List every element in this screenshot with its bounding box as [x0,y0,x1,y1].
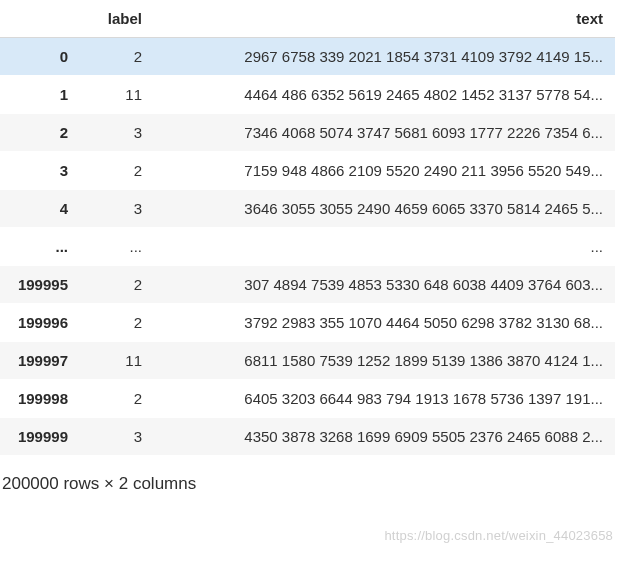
table-row: 19999934350 3878 3268 1699 6909 5505 237… [0,418,615,456]
cell-text: 7159 948 4866 2109 5520 2490 211 3956 55… [154,152,615,190]
cell-text: 3792 2983 355 1070 4464 5050 6298 3782 3… [154,304,615,342]
table-row: 19999623792 2983 355 1070 4464 5050 6298… [0,304,615,342]
shape-summary: 200000 rows × 2 columns [0,456,627,494]
cell-label: 3 [82,418,154,456]
dataframe-body: 022967 6758 339 2021 1854 3731 4109 3792… [0,38,615,456]
cell-text: 4350 3878 3268 1699 6909 5505 2376 2465 … [154,418,615,456]
row-index: ... [0,228,82,266]
cell-text: 3646 3055 3055 2490 4659 6065 3370 5814 … [154,190,615,228]
cell-label: 2 [82,304,154,342]
watermark-text: https://blog.csdn.net/weixin_44023658 [384,528,613,543]
cell-label: 11 [82,342,154,380]
cell-text: 307 4894 7539 4853 5330 648 6038 4409 37… [154,266,615,304]
cell-label: 2 [82,380,154,418]
header-index [0,0,82,38]
cell-label: 2 [82,152,154,190]
table-row: 19999826405 3203 6644 983 794 1913 1678 … [0,380,615,418]
header-text: text [154,0,615,38]
row-index: 1 [0,76,82,114]
cell-text: 6405 3203 6644 983 794 1913 1678 5736 13… [154,380,615,418]
cell-label: 11 [82,76,154,114]
cell-label: 3 [82,190,154,228]
header-row: label text [0,0,615,38]
dataframe-table: label text 022967 6758 339 2021 1854 373… [0,0,615,456]
table-row: 1114464 486 6352 5619 2465 4802 1452 313… [0,76,615,114]
table-row: 1999952307 4894 7539 4853 5330 648 6038 … [0,266,615,304]
cell-label: 2 [82,266,154,304]
table-row: 022967 6758 339 2021 1854 3731 4109 3792… [0,38,615,76]
row-index: 199999 [0,418,82,456]
cell-text: ... [154,228,615,266]
row-index: 2 [0,114,82,152]
row-index: 4 [0,190,82,228]
cell-text: 4464 486 6352 5619 2465 4802 1452 3137 5… [154,76,615,114]
table-row: 199997116811 1580 7539 1252 1899 5139 13… [0,342,615,380]
cell-label: ... [82,228,154,266]
row-index: 199998 [0,380,82,418]
row-index: 3 [0,152,82,190]
table-row: 433646 3055 3055 2490 4659 6065 3370 581… [0,190,615,228]
ellipsis-row: ......... [0,228,615,266]
row-index: 199997 [0,342,82,380]
row-index: 199995 [0,266,82,304]
cell-text: 6811 1580 7539 1252 1899 5139 1386 3870 … [154,342,615,380]
cell-text: 7346 4068 5074 3747 5681 6093 1777 2226 … [154,114,615,152]
row-index: 0 [0,38,82,76]
cell-label: 2 [82,38,154,76]
table-row: 237346 4068 5074 3747 5681 6093 1777 222… [0,114,615,152]
row-index: 199996 [0,304,82,342]
cell-label: 3 [82,114,154,152]
table-row: 327159 948 4866 2109 5520 2490 211 3956 … [0,152,615,190]
header-label: label [82,0,154,38]
cell-text: 2967 6758 339 2021 1854 3731 4109 3792 4… [154,38,615,76]
